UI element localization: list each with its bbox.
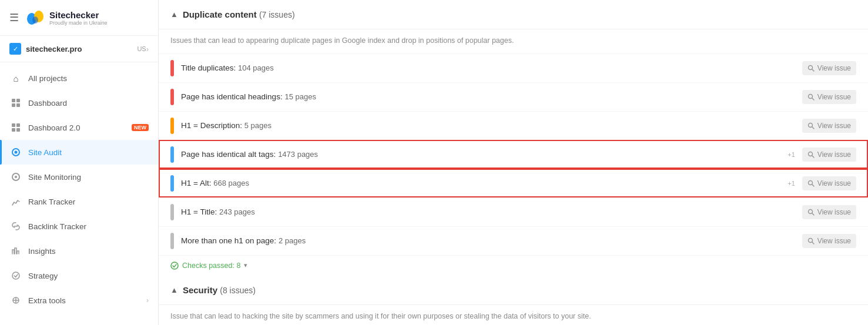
svg-point-28 <box>808 180 812 185</box>
project-selector[interactable]: ✓ sitechecker.pro US › <box>0 36 158 62</box>
svg-rect-10 <box>16 128 20 132</box>
search-icon <box>807 180 815 187</box>
sidebar-item-insights[interactable]: Insights <box>0 239 158 263</box>
svg-point-20 <box>808 65 812 69</box>
checks-passed-label: Checks passed: 8 <box>182 262 240 270</box>
duplicate-section-header: ▲ Duplicate content (7 issues) <box>159 0 868 29</box>
sidebar: ☰ Sitechecker Proudly made in Ukraine ✓ … <box>0 0 159 325</box>
issue-row-identical-headings: Page has identical headings: 15 pages Vi… <box>159 82 868 111</box>
issue-label: Page has identical headings: 15 pages <box>181 92 802 101</box>
issue-row-h1-title: H1 = Title: 243 pages View issue <box>159 197 868 226</box>
issue-label: H1 = Alt: 668 pages <box>181 179 783 187</box>
extra-tools-icon <box>9 294 22 307</box>
main-content: ▲ Duplicate content (7 issues) Issues th… <box>159 0 868 325</box>
indicator-gray <box>170 204 174 220</box>
security-title: Security (8 issues) <box>183 285 256 295</box>
svg-point-32 <box>808 238 812 242</box>
sidebar-item-site-monitoring[interactable]: Site Monitoring <box>0 165 158 189</box>
svg-line-25 <box>812 127 814 129</box>
issue-plus: +1 <box>787 151 795 158</box>
sidebar-item-backlink-tracker[interactable]: Backlink Tracker <box>0 214 158 239</box>
issue-label: Title duplicates: 104 pages <box>181 63 802 72</box>
issue-label: H1 = Title: 243 pages <box>181 207 802 216</box>
svg-line-21 <box>812 69 814 71</box>
svg-line-27 <box>812 156 814 158</box>
sidebar-item-dashboard2[interactable]: Dashboard 2.0 NEW <box>0 115 158 140</box>
security-section-header: ▲ Security (8 issues) <box>159 276 868 305</box>
indicator-orange <box>170 118 174 134</box>
svg-rect-4 <box>16 99 20 102</box>
monitoring-icon <box>9 170 22 183</box>
security-count: (8 issues) <box>220 286 256 295</box>
view-issue-button[interactable]: View issue <box>802 234 856 248</box>
sidebar-header: ☰ Sitechecker Proudly made in Ukraine <box>0 0 158 36</box>
sidebar-item-label: Site Audit <box>28 148 149 157</box>
sidebar-item-rank-tracker[interactable]: Rank Tracker <box>0 189 158 214</box>
logo-text: Sitechecker Proudly made in Ukraine <box>49 10 108 26</box>
sidebar-item-all-projects[interactable]: ⌂ All projects <box>0 66 158 91</box>
search-icon <box>807 237 815 244</box>
site-audit-icon <box>9 146 22 159</box>
duplicate-description: Issues that can lead to appearing duplic… <box>159 29 868 53</box>
checks-dropdown-icon[interactable]: ▾ <box>244 262 247 269</box>
issue-count: 668 pages <box>213 179 249 187</box>
dashboard-icon <box>9 96 22 109</box>
issue-count: 15 pages <box>284 92 316 101</box>
search-icon <box>807 93 815 100</box>
hamburger-icon[interactable]: ☰ <box>9 11 19 24</box>
issue-count: 2 pages <box>279 236 306 245</box>
search-icon <box>807 151 815 158</box>
svg-point-2 <box>32 16 38 24</box>
sidebar-item-extra-tools[interactable]: Extra tools › <box>0 288 158 313</box>
svg-line-31 <box>812 213 814 215</box>
svg-point-24 <box>808 123 812 127</box>
view-issue-button[interactable]: View issue <box>802 61 856 75</box>
active-bar <box>0 140 2 165</box>
logo-title: Sitechecker <box>49 10 108 20</box>
sidebar-item-label: Strategy <box>28 272 149 280</box>
logo-area: Sitechecker Proudly made in Ukraine <box>26 8 108 27</box>
project-name: sitechecker.pro <box>26 45 135 53</box>
home-icon: ⌂ <box>9 72 22 85</box>
indicator-red <box>170 89 174 105</box>
indicator-blue <box>170 146 174 163</box>
svg-line-23 <box>812 98 814 100</box>
view-issue-button[interactable]: View issue <box>802 119 856 133</box>
sidebar-item-label: All projects <box>28 74 149 83</box>
security-toggle[interactable]: ▲ <box>170 286 178 294</box>
duplicate-count: (7 issues) <box>259 10 295 19</box>
issue-label: H1 = Description: 5 pages <box>181 121 802 130</box>
dashboard2-icon <box>9 121 22 134</box>
svg-rect-5 <box>12 103 15 107</box>
duplicate-title: Duplicate content (7 issues) <box>183 9 295 19</box>
svg-point-12 <box>15 151 18 154</box>
view-issue-button[interactable]: View issue <box>802 176 856 190</box>
strategy-icon <box>9 269 22 282</box>
svg-point-22 <box>808 94 812 98</box>
view-issue-button[interactable]: View issue <box>802 205 856 219</box>
issue-row-title-dup: Title duplicates: 104 pages View issue <box>159 53 868 82</box>
sidebar-item-label: Dashboard 2.0 <box>28 123 128 132</box>
sidebar-item-label: Dashboard <box>28 99 149 108</box>
duplicate-toggle[interactable]: ▲ <box>170 10 178 19</box>
nav-section: ⌂ All projects Dashboard Dashboard 2.0 N… <box>0 62 158 316</box>
issue-row-h1-alt: H1 = Alt: 668 pages +1 View issue <box>159 169 868 197</box>
sidebar-item-site-audit[interactable]: Site Audit <box>0 140 158 165</box>
svg-point-14 <box>15 176 17 178</box>
sidebar-item-dashboard[interactable]: Dashboard <box>0 91 158 115</box>
svg-point-16 <box>12 272 19 279</box>
extra-tools-arrow: › <box>146 296 149 304</box>
check-circle-icon <box>170 262 179 270</box>
checks-passed[interactable]: Checks passed: 8 ▾ <box>159 255 868 276</box>
svg-line-33 <box>812 242 814 244</box>
issue-plus: +1 <box>787 180 795 187</box>
view-issue-button[interactable]: View issue <box>802 90 856 104</box>
issue-label: More than one h1 on page: 2 pages <box>181 236 802 245</box>
view-issue-button[interactable]: View issue <box>802 148 856 162</box>
svg-rect-9 <box>12 128 15 132</box>
svg-rect-8 <box>16 123 20 127</box>
svg-rect-7 <box>12 123 15 127</box>
project-badge: US <box>137 45 146 52</box>
issue-count: 104 pages <box>238 63 274 72</box>
sidebar-item-strategy[interactable]: Strategy <box>0 263 158 288</box>
